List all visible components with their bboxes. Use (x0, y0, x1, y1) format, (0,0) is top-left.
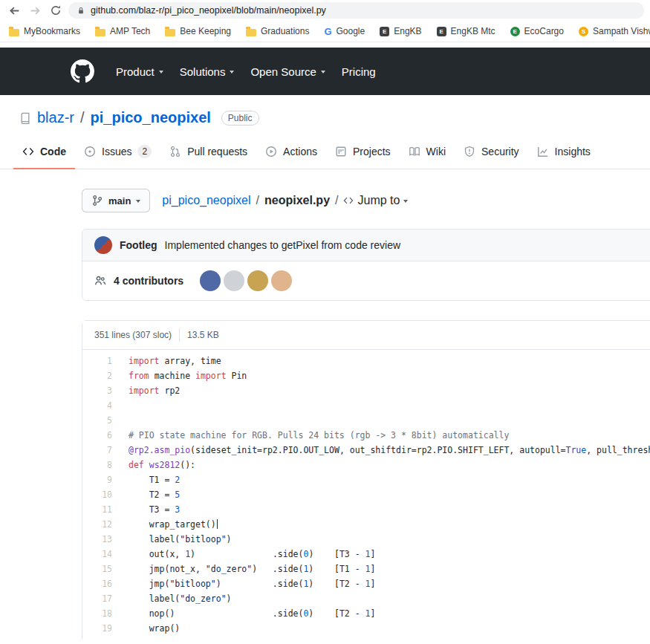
commit-author-avatar[interactable] (94, 236, 112, 254)
refresh-button[interactable] (48, 2, 64, 19)
bookmark-item[interactable]: Bee Keeping (165, 26, 231, 36)
commit-author[interactable]: Footleg (120, 239, 157, 251)
line-number[interactable]: 6 (82, 428, 120, 443)
jump-to-label: Jump to (357, 194, 400, 207)
bookmark-item[interactable]: EEcoCargo (510, 26, 564, 36)
bookmark-item[interactable]: EEngKB (380, 26, 421, 36)
tab-insights[interactable]: Insights (528, 135, 599, 169)
code-line: 11 T3 = 3 (82, 502, 650, 517)
project-icon (335, 146, 347, 157)
people-icon (94, 275, 106, 287)
line-content: T2 = 5 (120, 487, 180, 502)
bookmark-item[interactable]: Graduations (246, 26, 309, 36)
line-content: def ws2812(): (120, 458, 195, 472)
gh-nav-product[interactable]: Product (108, 65, 172, 78)
line-content: out(x, 1) .side(0) [T3 - 1] (120, 547, 375, 562)
contributor-avatar[interactable] (224, 270, 244, 291)
commit-message[interactable]: Implemented changes to getPixel from cod… (165, 239, 401, 251)
bookmark-label: MyBookmarks (24, 26, 80, 36)
bookmark-item[interactable]: SSampath Vishwa (579, 26, 650, 36)
file-header: 351 lines (307 sloc) 13.5 KB (82, 321, 650, 350)
visibility-badge: Public (221, 111, 259, 126)
tab-label: Wiki (426, 146, 446, 157)
line-number[interactable]: 10 (82, 487, 120, 502)
contributors-link[interactable]: 4 contributors (114, 275, 183, 287)
line-number[interactable]: 13 (82, 532, 120, 547)
line-content: import array, time (120, 354, 221, 368)
url-text: github.com/blaz-r/pi_pico_neopixel/blob/… (91, 5, 326, 16)
tab-label: Security (481, 146, 519, 157)
repo-name-link[interactable]: pi_pico_neopixel (91, 109, 211, 126)
bookmark-item[interactable]: MyBookmarks (9, 26, 80, 36)
tab-actions[interactable]: Actions (256, 135, 326, 169)
code-line: 13 label("bitloop") (82, 532, 650, 547)
line-content: nop() .side(0) [T2 - 1] (120, 606, 375, 621)
line-number[interactable]: 7 (82, 443, 120, 458)
bookmark-item[interactable]: EEngKB Mtc (437, 26, 495, 36)
line-number[interactable]: 16 (82, 576, 120, 591)
arrow-left-icon (8, 4, 21, 17)
line-number[interactable]: 1 (82, 354, 120, 368)
bookmark-label: EngKB (394, 26, 421, 36)
github-logo[interactable] (71, 59, 94, 83)
site-favicon: E (437, 27, 446, 36)
line-number[interactable]: 5 (82, 413, 120, 428)
line-number[interactable]: 19 (82, 621, 120, 636)
line-content: jmp(not_x, "do_zero") .side(1) [T1 - 1] (120, 562, 375, 576)
contributor-avatar[interactable] (247, 270, 268, 291)
code-line: 14 out(x, 1) .side(0) [T3 - 1] (82, 547, 650, 562)
github-page: ProductSolutionsOpen SourcePricing blaz-… (0, 48, 650, 640)
line-number[interactable]: 11 (82, 502, 120, 517)
jump-to-button[interactable]: Jump to (343, 194, 408, 207)
address-bar[interactable]: github.com/blaz-r/pi_pico_neopixel/blob/… (68, 2, 644, 19)
tab-wiki[interactable]: Wiki (400, 135, 455, 169)
repo-owner-link[interactable]: blaz-r (37, 109, 74, 126)
code-line: 9 T1 = 2 (82, 472, 650, 487)
line-number[interactable]: 8 (82, 458, 120, 472)
line-number[interactable]: 3 (82, 383, 120, 398)
code-line: 15 jmp(not_x, "do_zero") .side(1) [T1 - … (82, 562, 650, 576)
issues-count-badge: 2 (137, 145, 152, 158)
code-line: 8def ws2812(): (82, 458, 650, 472)
bookmark-item[interactable]: AMP Tech (95, 26, 150, 36)
folder-icon (246, 29, 256, 36)
line-number[interactable]: 14 (82, 547, 120, 562)
folder-icon (9, 29, 19, 36)
breadcrumb-repo-link[interactable]: pi_pico_neopixel (162, 194, 250, 207)
tab-code[interactable]: Code (13, 135, 75, 169)
branch-selector[interactable]: main (82, 189, 150, 212)
code-line: 5 (82, 413, 650, 428)
line-number[interactable]: 2 (82, 368, 120, 383)
lock-icon (77, 6, 85, 16)
back-button[interactable] (6, 2, 22, 19)
line-content: @rp2.asm_pio(sideset_init=rp2.PIO.OUT_LO… (120, 443, 650, 458)
line-number[interactable]: 18 (82, 606, 120, 621)
bookmark-item[interactable]: GGoogle (324, 26, 365, 36)
tab-issues[interactable]: Issues2 (75, 135, 160, 169)
tab-projects[interactable]: Projects (326, 135, 400, 169)
contributor-avatar[interactable] (200, 270, 221, 291)
gh-nav-solutions[interactable]: Solutions (172, 65, 243, 78)
bookmark-label: Bee Keeping (180, 26, 231, 36)
nav-label: Product (116, 65, 155, 78)
bookmark-label: EngKB Mtc (451, 26, 495, 36)
line-number[interactable]: 4 (82, 398, 120, 413)
gh-nav-open-source[interactable]: Open Source (242, 65, 333, 78)
line-content: jmp("bitloop") .side(1) [T2 - 1] (120, 576, 375, 591)
forward-button[interactable] (27, 2, 43, 19)
tab-pull-requests[interactable]: Pull requests (160, 135, 256, 169)
line-number[interactable]: 15 (82, 562, 120, 576)
line-number[interactable]: 17 (82, 591, 120, 606)
code-line: 16 jmp("bitloop") .side(1) [T2 - 1] (82, 576, 650, 591)
gh-nav-pricing[interactable]: Pricing (334, 65, 384, 78)
contributor-avatar[interactable] (271, 270, 292, 291)
chevron-down-icon (159, 71, 163, 74)
breadcrumb: pi_pico_neopixel / neopixel.py / Jump to (162, 194, 408, 207)
file-box: 351 lines (307 sloc) 13.5 KB 1import arr… (82, 320, 650, 640)
line-number[interactable]: 12 (82, 517, 120, 532)
line-number[interactable]: 9 (82, 472, 120, 487)
site-favicon: E (380, 27, 389, 36)
tab-security[interactable]: Security (455, 135, 528, 169)
line-content: label("do_zero") (120, 591, 232, 606)
bookmark-label: AMP Tech (110, 26, 150, 36)
